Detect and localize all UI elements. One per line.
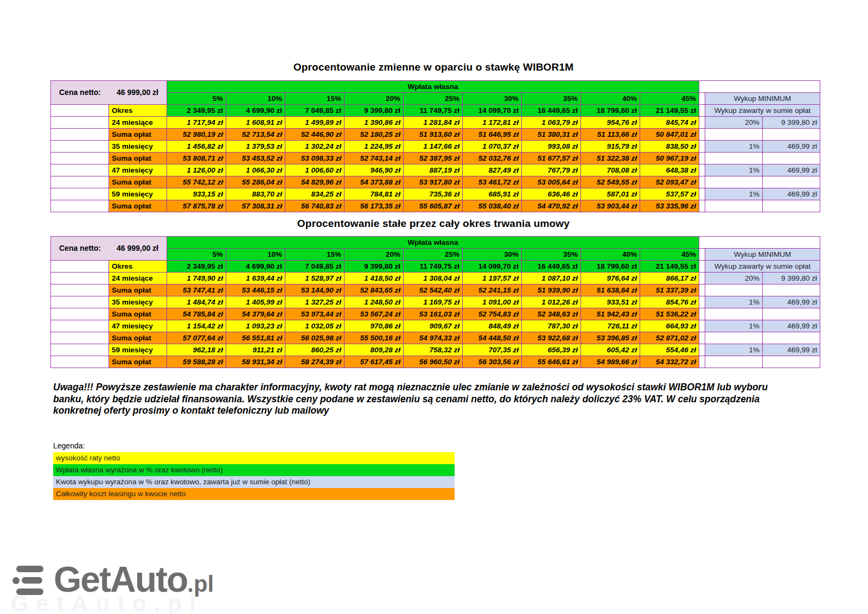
row-value: 56 960,50 zł (404, 356, 463, 368)
wykup-amount: 469,99 zł (763, 164, 820, 176)
table-row: Suma opłat53 747,41 zł53 446,15 zł53 144… (51, 284, 820, 296)
spacer (51, 188, 109, 200)
spacer (51, 129, 109, 141)
spacer (699, 284, 705, 296)
table-row: Suma opłat53 808,71 zł53 453,52 zł53 098… (51, 153, 820, 164)
percent-header: 15% (285, 249, 344, 261)
table-fixed-title: Oprocentowanie stałe przez cały okres tr… (50, 218, 816, 230)
percent-header: 10% (226, 93, 285, 105)
row-value: 52 754,83 zł (463, 308, 522, 320)
row-value: 1 528,97 zł (285, 273, 344, 284)
row-value: 54 332,72 zł (640, 356, 699, 368)
table-row: 47 miesięcy1 126,00 zł1 066,30 zł1 006,6… (51, 164, 820, 176)
row-value: 1 281,84 zł (404, 117, 463, 129)
row-value: 866,17 zł (640, 273, 699, 284)
spacer (699, 332, 705, 344)
wykup-pct (705, 176, 763, 188)
wykup-amount: 469,99 zł (763, 141, 820, 153)
table-variable-title: Oprocentowanie zmienne w oparciu o stawk… (50, 61, 816, 73)
spacer (699, 237, 820, 249)
table-row: 47 miesięcy1 154,42 zł1 093,23 zł1 032,0… (51, 320, 820, 332)
wykup-pct: 1% (705, 320, 763, 332)
row-value: 52 843,65 zł (344, 284, 404, 296)
row-value: 53 461,72 zł (463, 176, 522, 188)
row-value: 787,30 zł (522, 320, 581, 332)
spacer (51, 105, 109, 117)
row-value: 911,21 zł (226, 344, 285, 356)
row-value: 954,76 zł (581, 117, 640, 129)
row-value: 1 154,42 zł (167, 320, 226, 332)
row-value: 52 743,14 zł (344, 153, 404, 164)
spacer (699, 188, 705, 200)
spacer (699, 105, 705, 117)
row-value: 57 077,64 zł (167, 332, 226, 344)
wykup-amount (763, 129, 820, 141)
wykup-pct: 20% (705, 273, 763, 284)
row-label: Suma opłat (109, 200, 167, 212)
row-value: 1 749,90 zł (167, 273, 226, 284)
row-label: 59 miesięcy (109, 188, 167, 200)
row-value: 52 241,15 zł (463, 284, 522, 296)
wykup-amount (763, 200, 820, 212)
row-value: 53 917,80 zł (404, 176, 463, 188)
row-value: 1 717,94 zł (167, 117, 226, 129)
row-value: 845,74 zł (640, 117, 699, 129)
row-label: 24 miesiące (109, 273, 167, 284)
wykup-subheader: Wykup zawarty w sumie opłat (705, 261, 820, 273)
row-value: 933,15 zł (167, 188, 226, 200)
table-row: 35 miesięcy1 456,82 zł1 379,53 zł1 302,2… (51, 141, 820, 153)
cena-netto-cell: Cena netto:46 999,00 zł (51, 81, 167, 105)
okres-value: 18 799,60 zł (581, 261, 640, 273)
row-label: 35 miesięcy (109, 141, 167, 153)
row-value: 708,08 zł (581, 164, 640, 176)
okres-value: 4 699,90 zł (226, 261, 285, 273)
row-value: 1 302,24 zł (285, 141, 344, 153)
percent-header: 25% (404, 93, 463, 105)
wykup-pct (705, 332, 763, 344)
row-value: 758,32 zł (404, 344, 463, 356)
row-value: 51 913,60 zł (404, 129, 463, 141)
cena-netto-value: 46 999,00 zł (117, 243, 158, 254)
row-label: Suma opłat (109, 332, 167, 344)
spacer (699, 273, 705, 284)
table-row: Suma opłat55 742,12 zł55 286,04 zł54 829… (51, 176, 820, 188)
legend-item-rata: wysokość raty netto (53, 452, 455, 464)
row-value: 848,49 zł (463, 320, 522, 332)
okres-value: 11 749,75 zł (404, 261, 463, 273)
spacer (51, 284, 109, 296)
row-value: 53 747,41 zł (167, 284, 226, 296)
row-label: 24 miesiące (109, 117, 167, 129)
table-row: 35 miesięcy1 484,74 zł1 405,99 zł1 327,2… (51, 296, 820, 308)
row-value: 1 499,89 zł (285, 117, 344, 129)
row-value: 55 646,61 zł (522, 356, 581, 368)
table-row: Suma opłat52 980,19 zł52 713,54 zł52 446… (51, 129, 820, 141)
percent-header: 20% (344, 93, 404, 105)
row-value: 51 536,22 zł (640, 308, 699, 320)
wykup-pct: 1% (705, 296, 763, 308)
row-value: 1 405,99 zł (226, 296, 285, 308)
row-value: 54 785,84 zł (167, 308, 226, 320)
spacer (699, 296, 705, 308)
okres-value: 21 149,55 zł (640, 105, 699, 117)
okres-value: 9 399,80 zł (344, 105, 404, 117)
wplata-wlasna-header: Wpłata własna (167, 81, 699, 93)
row-value: 1 390,86 zł (344, 117, 404, 129)
spacer (51, 164, 109, 176)
percent-header: 5% (167, 249, 226, 261)
row-value: 809,28 zł (344, 344, 404, 356)
row-value: 854,76 zł (640, 296, 699, 308)
table-row: 24 miesiące1 717,94 zł1 608,91 zł1 499,8… (51, 117, 820, 129)
wykup-pct: 1% (705, 164, 763, 176)
okres-value: 11 749,75 zł (404, 105, 463, 117)
row-value: 53 161,03 zł (404, 308, 463, 320)
row-value: 52 032,76 zł (463, 153, 522, 164)
row-value: 726,11 zł (581, 320, 640, 332)
row-value: 685,91 zł (463, 188, 522, 200)
row-value: 51 337,39 zł (640, 284, 699, 296)
row-value: 58 931,34 zł (226, 356, 285, 368)
okres-value: 4 699,90 zł (226, 105, 285, 117)
table-row: 59 miesięcy962,18 zł911,21 zł860,25 zł80… (51, 344, 820, 356)
row-value: 1 639,44 zł (226, 273, 285, 284)
row-value: 915,79 zł (581, 141, 640, 153)
row-label: Suma opłat (109, 153, 167, 164)
